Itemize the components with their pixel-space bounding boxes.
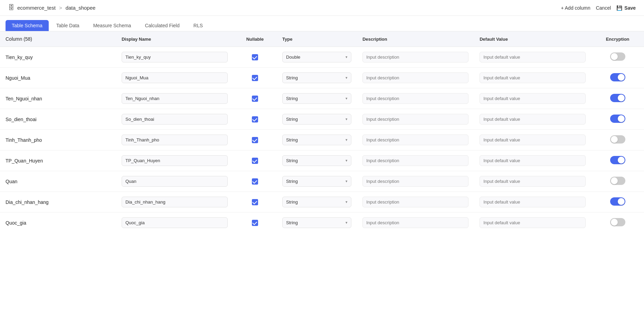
cell-column-name: Tien_ky_quy [0,47,116,68]
type-dropdown[interactable]: String▾ [282,155,351,166]
tab-table-schema[interactable]: Table Schema [6,20,49,31]
type-label: String [286,96,298,101]
save-button[interactable]: 💾 Save [616,5,636,11]
display-name-input[interactable] [122,93,228,104]
encryption-toggle[interactable] [610,94,625,102]
default-value-input[interactable] [480,217,586,228]
table-row: Ten_Nguoi_nhanString▾ [0,88,644,109]
cell-encryption [591,109,644,130]
cell-description [357,213,474,233]
cell-column-name: Quoc_gia [0,213,116,233]
cell-column-name: Dia_chi_nhan_hang [0,192,116,213]
cancel-button[interactable]: Cancel [596,5,611,11]
cell-nullable [233,68,277,88]
description-input[interactable] [362,176,468,187]
type-dropdown[interactable]: String▾ [282,114,351,125]
tab-measure-schema[interactable]: Measure Schema [87,20,138,31]
table-row: Tinh_Thanh_phoString▾ [0,130,644,150]
description-input[interactable] [362,114,468,125]
save-icon: 💾 [616,5,622,11]
display-name-input[interactable] [122,197,228,207]
tab-rls[interactable]: RLS [187,20,209,31]
cell-type: String▾ [277,88,357,109]
nullable-checkbox[interactable] [252,54,258,60]
type-dropdown[interactable]: String▾ [282,135,351,145]
chevron-down-icon: ▾ [345,200,348,204]
type-label: String [286,137,298,142]
cell-nullable [233,109,277,130]
description-input[interactable] [362,155,468,166]
table-row: QuanString▾ [0,171,644,192]
nullable-header: Nullable [233,31,277,47]
encryption-toggle[interactable] [610,135,625,144]
column-header: Column (58) [0,31,116,47]
default-value-input[interactable] [480,72,586,83]
type-dropdown[interactable]: String▾ [282,72,351,83]
encryption-header: Encryption [591,31,644,47]
table-name: data_shopee [66,5,96,11]
default-value-input[interactable] [480,176,586,187]
encryption-toggle[interactable] [610,156,625,164]
toggle-knob [618,74,625,81]
description-input[interactable] [362,72,468,83]
display-name-input[interactable] [122,217,228,228]
header-left: 🗄 ecommerce_test > data_shopee [8,4,95,11]
default-value-input[interactable] [480,114,586,125]
nullable-checkbox[interactable] [252,116,258,122]
encryption-toggle[interactable] [610,73,625,81]
type-label: String [286,199,298,205]
default-value-input[interactable] [480,52,586,62]
default-value-input[interactable] [480,197,586,207]
default-value-input[interactable] [480,93,586,104]
type-dropdown[interactable]: String▾ [282,93,351,104]
nullable-checkbox[interactable] [252,199,258,205]
cell-encryption [591,213,644,233]
description-input[interactable] [362,217,468,228]
display-name-input[interactable] [122,52,228,62]
nullable-checkbox[interactable] [252,158,258,164]
cell-nullable [233,192,277,213]
description-input[interactable] [362,93,468,104]
encryption-toggle[interactable] [610,52,625,61]
add-column-button[interactable]: + Add column [561,5,590,11]
encryption-toggle[interactable] [610,115,625,123]
nullable-checkbox[interactable] [252,96,258,102]
db-name: ecommerce_test [17,5,56,11]
default-value-input[interactable] [480,135,586,145]
cell-type: String▾ [277,192,357,213]
encryption-toggle[interactable] [610,197,625,206]
type-dropdown[interactable]: String▾ [282,217,351,228]
default-value-header: Default Value [474,31,591,47]
type-dropdown[interactable]: String▾ [282,197,351,207]
encryption-toggle[interactable] [610,177,625,185]
tab-calculated-field[interactable]: Calculated Field [139,20,186,31]
cell-display-name [116,109,233,130]
description-input[interactable] [362,52,468,62]
display-name-input[interactable] [122,155,228,166]
toggle-knob [618,95,625,101]
cell-encryption [591,171,644,192]
chevron-down-icon: ▾ [345,55,348,59]
display-name-input[interactable] [122,135,228,145]
nullable-checkbox[interactable] [252,137,258,143]
cell-description [357,171,474,192]
nullable-checkbox[interactable] [252,220,258,226]
encryption-toggle[interactable] [610,218,625,226]
type-label: String [286,75,298,80]
cell-encryption [591,88,644,109]
type-dropdown[interactable]: Double▾ [282,52,351,62]
database-icon: 🗄 [8,4,15,11]
cell-column-name: TP_Quan_Huyen [0,150,116,171]
display-name-input[interactable] [122,72,228,83]
display-name-input[interactable] [122,176,228,187]
tab-table-data[interactable]: Table Data [50,20,86,31]
type-dropdown[interactable]: String▾ [282,176,351,187]
nullable-checkbox[interactable] [252,178,258,185]
description-input[interactable] [362,197,468,207]
nullable-checkbox[interactable] [252,75,258,81]
cell-display-name [116,47,233,68]
description-input[interactable] [362,135,468,145]
default-value-input[interactable] [480,155,586,166]
display-name-input[interactable] [122,114,228,125]
cell-encryption [591,192,644,213]
